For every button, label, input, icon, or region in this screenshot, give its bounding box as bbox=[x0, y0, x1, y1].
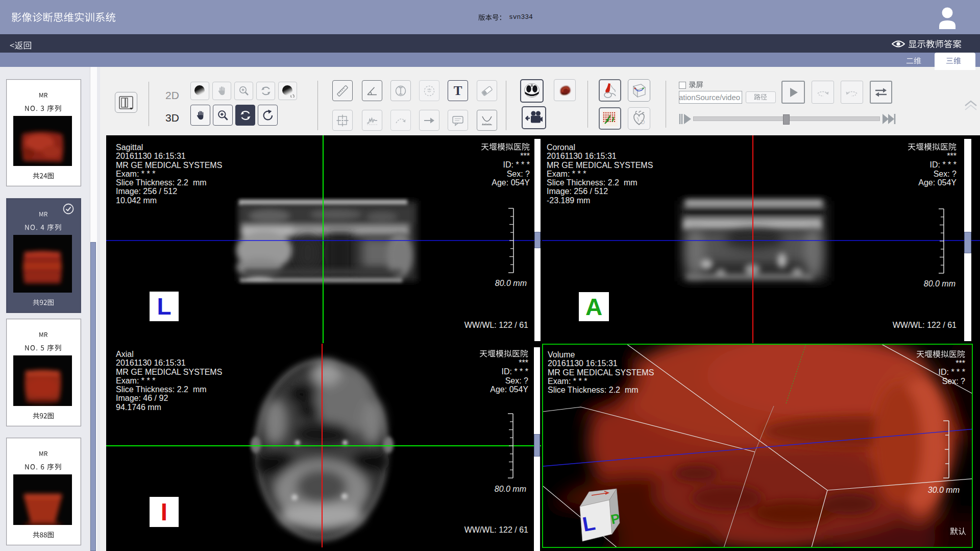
svg-text:D: D bbox=[641, 119, 645, 125]
